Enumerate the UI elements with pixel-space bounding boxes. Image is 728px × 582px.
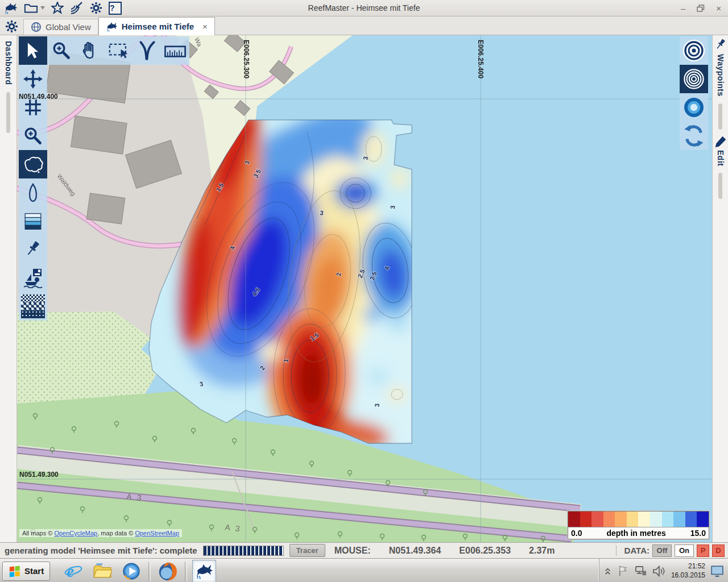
minimize-button[interactable]: – — [681, 4, 685, 13]
edit-panel-tab[interactable]: Edit — [716, 150, 725, 166]
globe-icon — [31, 22, 42, 32]
measure-tool-button[interactable] — [161, 36, 189, 65]
status-message: generating model 'Heimsee mit Tiefe': co… — [5, 546, 197, 555]
move-map-button[interactable] — [19, 65, 47, 93]
view-settings-icon[interactable] — [5, 20, 18, 33]
tray-network-icon[interactable] — [634, 565, 647, 577]
data-off-button[interactable]: Off — [652, 544, 672, 557]
mouse-label: MOUSE: — [334, 546, 371, 556]
panel-divider — [6, 92, 10, 133]
reefmaster-taskbar-button[interactable] — [192, 560, 216, 582]
legend-color-cell — [615, 512, 627, 527]
main-toolbar: ? — [0, 1, 122, 15]
bottom-hardness-button[interactable] — [19, 292, 47, 321]
contour-view-button[interactable] — [680, 65, 708, 93]
track-tool-button[interactable] — [133, 36, 161, 65]
zoom-tool-button[interactable] — [47, 36, 76, 65]
tab-heimsee-mit-tiefe[interactable]: Heimsee mit Tiefe × — [98, 17, 215, 35]
tray-date: 16.03.2015 — [671, 571, 705, 580]
pan-tool-button[interactable] — [76, 36, 104, 65]
title-bar: ? ReefMaster - Heimsee mit Tiefe – × — [0, 0, 728, 16]
depth-legend: 0.0 depth in metres 15.0 — [568, 511, 709, 539]
map-canvas[interactable]: E006.25.300 E006.25.400 N051.49.300 Wald… — [17, 35, 712, 542]
settings-button[interactable] — [90, 2, 102, 14]
dashboard-panel-tab[interactable]: Dashboard — [0, 35, 17, 542]
waypoints-pin-icon[interactable] — [714, 38, 727, 52]
highway-label-a3: A 3 — [126, 492, 144, 502]
waypoint-pin-button[interactable] — [19, 235, 47, 264]
region-button[interactable] — [19, 150, 47, 178]
firefox-icon[interactable] — [156, 560, 180, 582]
mouse-latitude: N051.49.364 — [389, 546, 441, 556]
vessel-track-button[interactable] — [19, 178, 47, 207]
file-explorer-icon[interactable] — [90, 560, 114, 582]
system-tray: 21:52 16.03.2015 — [599, 559, 728, 582]
waypoints-panel-tab[interactable]: Waypoints — [716, 54, 725, 97]
basemap: E006.25.300 E006.25.400 N051.49.300 Wald… — [17, 35, 712, 542]
help-button[interactable]: ? — [109, 2, 122, 15]
show-desktop-button[interactable] — [710, 564, 724, 578]
open-project-button[interactable] — [24, 2, 38, 15]
grid-label-lon-left: E006.25.300 — [242, 40, 250, 78]
tab-label: Heimsee mit Tiefe — [122, 22, 194, 31]
legend-color-cell — [662, 512, 674, 527]
tray-time: 21:52 — [671, 562, 705, 571]
depth-shading-button[interactable] — [19, 207, 47, 235]
map-attribution: All maps © OpenCycleMap, map data © Open… — [19, 529, 182, 537]
legend-color-cell — [627, 512, 639, 527]
open-project-dropdown-icon[interactable] — [40, 6, 45, 10]
grid-label-lat-bottom: N051.49.300 — [19, 471, 59, 479]
taskbar-separator — [185, 562, 187, 581]
favorites-button[interactable] — [51, 2, 64, 14]
restore-button[interactable] — [697, 5, 705, 12]
media-player-icon[interactable] — [119, 560, 143, 582]
tab-global-view[interactable]: Global View — [23, 19, 98, 35]
zoom-in-button[interactable] — [19, 122, 47, 150]
marquee-select-tool-button[interactable] — [104, 36, 133, 65]
status-bar: generating model 'Heimsee mit Tiefe': co… — [0, 542, 728, 558]
tray-expand-icon[interactable] — [603, 566, 612, 576]
openstreetmap-link[interactable]: OpenStreetMap — [135, 530, 179, 537]
data-p-button[interactable]: P — [697, 544, 709, 557]
legend-color-cell — [638, 512, 650, 527]
select-tool-button[interactable] — [19, 36, 47, 65]
start-button[interactable]: Start — [2, 562, 50, 581]
attribution-text: All maps © — [22, 530, 54, 537]
dashboard-label: Dashboard — [4, 41, 13, 85]
mouse-depth: 2.37m — [529, 546, 555, 556]
legend-color-cell — [603, 512, 615, 527]
tab-close-icon[interactable]: × — [202, 22, 208, 31]
taskbar-separator — [148, 562, 151, 581]
data-d-button[interactable]: D — [712, 544, 725, 557]
import-sonar-button[interactable] — [70, 1, 84, 15]
attribution-text: , map data © — [97, 530, 135, 537]
opencyclemap-link[interactable]: OpenCycleMap — [54, 530, 97, 537]
target-view-button[interactable] — [680, 36, 708, 65]
tray-clock[interactable]: 21:52 16.03.2015 — [671, 562, 705, 580]
shaded-view-button[interactable] — [680, 93, 708, 122]
fish-icon — [106, 22, 118, 32]
taskbar: Start 21:52 16.03.2015 — [0, 558, 728, 582]
legend-color-cell — [568, 512, 580, 527]
tray-volume-icon[interactable] — [652, 564, 666, 578]
tracer-button[interactable]: Tracer — [289, 544, 325, 557]
app-logo-icon — [4, 2, 18, 14]
tray-flag-icon[interactable] — [617, 564, 629, 577]
mouse-longitude: E006.25.353 — [459, 546, 511, 556]
start-label: Start — [24, 566, 44, 576]
legend-min: 0.0 — [571, 529, 582, 538]
legend-caption: depth in metres — [606, 529, 665, 538]
close-button[interactable]: × — [716, 4, 721, 13]
legend-max: 15.0 — [690, 529, 706, 538]
data-on-button[interactable]: On — [675, 544, 694, 557]
legend-color-cell — [673, 512, 685, 527]
internet-explorer-icon[interactable] — [61, 560, 85, 582]
grid-label-lat-top: N051.49.400 — [19, 93, 58, 101]
sonar-log-button[interactable] — [19, 264, 47, 292]
edit-pencil-icon[interactable] — [714, 135, 727, 148]
workspace: Dashboard — [0, 35, 728, 542]
svg-text:2: 2 — [335, 272, 342, 276]
grid-label-lon-right: E006.25.400 — [477, 40, 485, 78]
refresh-model-button[interactable] — [680, 122, 708, 150]
progress-bar — [203, 546, 284, 556]
